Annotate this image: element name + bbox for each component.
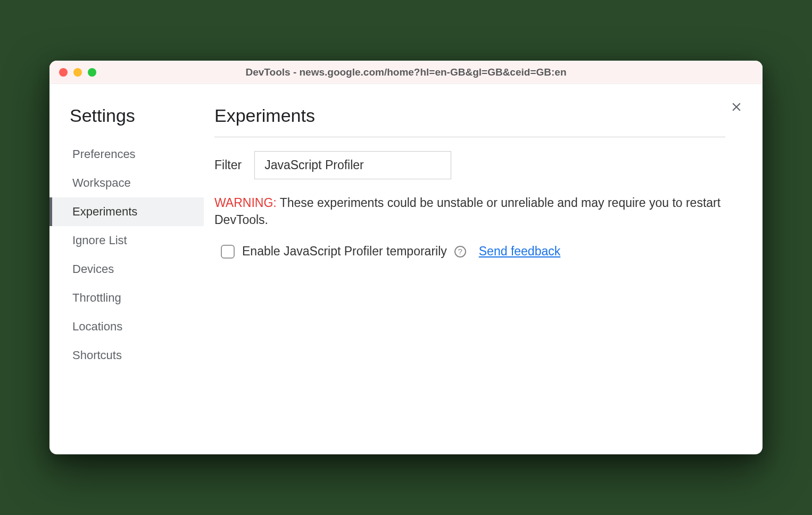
traffic-lights: [59, 68, 96, 77]
filter-label: Filter: [214, 158, 242, 172]
main-panel: Experiments Filter WARNING: These experi…: [204, 84, 763, 454]
warning-text: These experiments could be unstable or u…: [214, 196, 720, 227]
close-settings-button[interactable]: [727, 98, 745, 116]
send-feedback-link[interactable]: Send feedback: [479, 244, 560, 259]
window-minimize-button[interactable]: [73, 68, 82, 77]
experiment-checkbox[interactable]: [221, 245, 235, 259]
titlebar: DevTools - news.google.com/home?hl=en-GB…: [49, 61, 763, 84]
sidebar-item-throttling[interactable]: Throttling: [49, 284, 204, 312]
filter-row: Filter: [214, 151, 725, 179]
sidebar-item-shortcuts[interactable]: Shortcuts: [49, 341, 204, 370]
close-icon: [730, 100, 743, 114]
sidebar-title: Settings: [49, 105, 204, 140]
sidebar-item-ignore-list[interactable]: Ignore List: [49, 226, 204, 255]
sidebar-item-devices[interactable]: Devices: [49, 255, 204, 284]
devtools-window: DevTools - news.google.com/home?hl=en-GB…: [49, 61, 763, 454]
warning-label: WARNING:: [214, 196, 277, 210]
experiment-row: Enable JavaScript Profiler temporarily ?…: [214, 244, 725, 259]
sidebar-item-locations[interactable]: Locations: [49, 312, 204, 341]
filter-input[interactable]: [254, 151, 451, 179]
sidebar-item-preferences[interactable]: Preferences: [49, 140, 204, 169]
warning-message: WARNING: These experiments could be unst…: [214, 194, 725, 228]
window-close-button[interactable]: [59, 68, 68, 77]
window-body: Settings Preferences Workspace Experimen…: [49, 84, 763, 454]
panel-title: Experiments: [214, 105, 725, 137]
sidebar-item-experiments[interactable]: Experiments: [49, 197, 204, 226]
window-maximize-button[interactable]: [88, 68, 96, 77]
help-icon[interactable]: ?: [454, 246, 466, 258]
sidebar-item-workspace[interactable]: Workspace: [49, 169, 204, 197]
settings-sidebar: Settings Preferences Workspace Experimen…: [49, 84, 204, 454]
window-title: DevTools - news.google.com/home?hl=en-GB…: [49, 67, 763, 78]
experiment-label: Enable JavaScript Profiler temporarily: [242, 244, 447, 259]
